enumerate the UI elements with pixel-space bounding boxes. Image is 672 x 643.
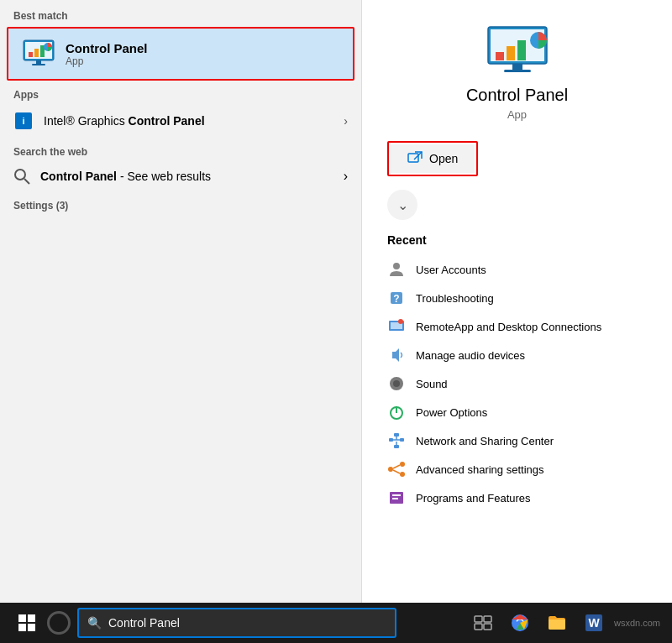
recent-list: User Accounts ? Troubleshooting RemoteAp… — [362, 255, 672, 512]
recent-item-icon — [387, 260, 406, 279]
svg-rect-49 — [475, 616, 482, 622]
intel-graphics-item[interactable]: i Intel® Graphics Control Panel › — [0, 104, 361, 138]
word-button[interactable]: W — [577, 603, 611, 643]
recent-item-text: Advanced sharing settings — [416, 463, 543, 476]
open-label: Open — [429, 152, 458, 165]
recent-item-icon — [387, 346, 406, 364]
recent-item[interactable]: ? Troubleshooting — [362, 284, 672, 312]
svg-text:?: ? — [393, 293, 399, 305]
svg-rect-6 — [32, 64, 45, 65]
intel-chevron-icon: › — [344, 114, 348, 128]
svg-rect-51 — [475, 624, 482, 630]
svg-text:i: i — [22, 116, 24, 126]
intel-icon: i — [13, 111, 34, 131]
file-explorer-button[interactable] — [540, 603, 574, 643]
left-panel: Best match — [0, 0, 361, 603]
svg-rect-52 — [484, 624, 491, 630]
start-button[interactable] — [7, 603, 47, 643]
taskbar-search-value: Control Panel — [108, 616, 180, 630]
recent-item[interactable]: RemoteApp and Desktop Connections — [362, 312, 672, 341]
svg-line-44 — [393, 465, 400, 468]
search-web-label: Search the web — [0, 138, 361, 161]
taskbar: 🔍 Control Panel — [0, 603, 672, 643]
recent-item-icon — [387, 489, 406, 507]
best-match-text: Control Panel App — [66, 41, 148, 67]
svg-point-10 — [15, 170, 25, 180]
svg-line-11 — [24, 179, 29, 184]
word-icon: W — [584, 613, 604, 633]
recent-item-icon — [387, 317, 406, 336]
svg-point-30 — [393, 380, 400, 387]
open-icon — [407, 151, 423, 166]
svg-point-27 — [398, 319, 403, 324]
svg-rect-3 — [34, 49, 39, 57]
search-web-icon — [13, 168, 30, 185]
app-detail-type: App — [507, 108, 527, 121]
svg-rect-48 — [392, 498, 398, 499]
windows-logo-icon — [18, 614, 35, 631]
recent-item-icon — [387, 403, 406, 421]
recent-item-text: User Accounts — [416, 264, 486, 276]
recent-item-icon — [387, 460, 406, 478]
svg-rect-35 — [394, 433, 399, 437]
control-panel-detail-icon — [484, 25, 551, 76]
apps-label: Apps — [0, 81, 361, 104]
search-web-text: Control Panel - See web results — [40, 170, 344, 183]
chrome-button[interactable] — [503, 603, 537, 643]
best-match-item[interactable]: Control Panel App — [7, 27, 354, 81]
recent-item[interactable]: Power Options — [362, 398, 672, 426]
svg-rect-5 — [36, 60, 41, 64]
svg-rect-47 — [392, 494, 401, 496]
expand-button[interactable]: ⌄ — [387, 190, 417, 220]
svg-point-42 — [400, 462, 405, 467]
svg-rect-34 — [400, 438, 404, 442]
svg-rect-16 — [517, 40, 526, 60]
taskbar-app-icons: W wsxdn.com — [466, 603, 665, 643]
open-button-wrapper: Open — [387, 141, 478, 176]
recent-item[interactable]: Advanced sharing settings — [362, 455, 672, 484]
recent-label: Recent — [387, 233, 427, 247]
file-explorer-icon — [547, 613, 567, 633]
app-detail-name: Control Panel — [466, 86, 568, 105]
svg-rect-33 — [389, 438, 393, 442]
svg-point-43 — [400, 472, 405, 477]
recent-item[interactable]: Manage audio devices — [362, 341, 672, 369]
recent-item[interactable]: Programs and Features — [362, 484, 672, 512]
svg-rect-18 — [504, 70, 531, 72]
wsxdn-label: wsxdn.com — [614, 618, 665, 628]
svg-point-22 — [393, 263, 400, 269]
search-web-chevron-icon: › — [344, 169, 348, 184]
recent-item-icon — [387, 374, 406, 393]
open-button[interactable]: Open — [391, 144, 475, 173]
recent-item-text: Manage audio devices — [416, 349, 525, 362]
taskbar-search-icon: 🔍 — [87, 616, 102, 630]
taskbar-search-box[interactable]: 🔍 Control Panel — [77, 608, 396, 638]
recent-item-text: Programs and Features — [416, 492, 531, 504]
cortana-button[interactable] — [47, 611, 71, 635]
svg-rect-15 — [507, 46, 515, 60]
intel-graphics-text: Intel® Graphics Control Panel — [44, 114, 344, 128]
task-view-button[interactable] — [466, 603, 500, 643]
recent-item-icon — [387, 431, 406, 450]
recent-item[interactable]: Network and Sharing Center — [362, 426, 672, 455]
svg-line-45 — [393, 470, 400, 473]
search-web-item[interactable]: Control Panel - See web results › — [0, 161, 361, 191]
recent-item-text: Network and Sharing Center — [416, 435, 554, 447]
svg-marker-28 — [392, 348, 399, 362]
best-match-type: App — [66, 55, 148, 67]
recent-item-icon: ? — [387, 289, 406, 307]
svg-rect-20 — [408, 154, 418, 162]
chevron-down-icon: ⌄ — [397, 197, 408, 213]
settings-label: Settings (3) — [0, 191, 361, 215]
recent-item[interactable]: User Accounts — [362, 255, 672, 284]
recent-item[interactable]: Sound — [362, 369, 672, 398]
recent-item-text: Troubleshooting — [416, 292, 494, 305]
svg-rect-2 — [29, 52, 33, 57]
control-panel-icon-small — [22, 37, 55, 71]
chrome-icon — [510, 613, 530, 633]
svg-rect-36 — [394, 445, 399, 448]
best-match-name: Control Panel — [66, 41, 148, 55]
right-panel: Control Panel App Open ⌄ Recent User Acc… — [361, 0, 672, 603]
recent-item-text: RemoteApp and Desktop Connections — [416, 321, 601, 333]
svg-rect-14 — [496, 52, 504, 60]
